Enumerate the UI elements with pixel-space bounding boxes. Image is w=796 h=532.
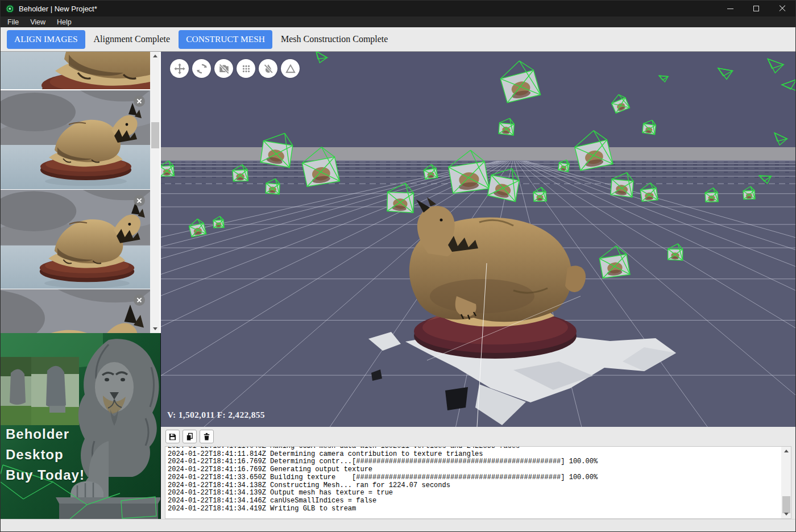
viewport-3d[interactable]: V: 1,502,011 F: 2,422,855 <box>161 52 795 427</box>
camera-frustum <box>573 128 613 171</box>
camera-frustum <box>718 68 733 80</box>
photo-2-image <box>1 90 150 189</box>
log-line: 2024-01-22T18:41:34.138Z Constructing Me… <box>168 482 789 490</box>
log-line: 2024-01-22T18:41:16.769Z Generating outp… <box>168 466 789 474</box>
camera-frustum <box>213 217 224 228</box>
camera-frustum <box>659 75 668 82</box>
photo-thumbnail-1[interactable] <box>1 52 150 89</box>
alignment-status: Alignment Complete <box>94 34 171 44</box>
ad-text: Beholder Desktop Buy Today! <box>6 424 85 485</box>
scrollbar-thumb[interactable] <box>151 122 159 148</box>
triangle-mesh-icon <box>284 63 297 75</box>
log-scrollbar[interactable] <box>781 447 791 518</box>
scroll-down-icon[interactable] <box>150 325 160 333</box>
main-area: Beholder Desktop Buy Today! <box>1 52 795 519</box>
photo-thumbnails <box>1 52 150 333</box>
camera-frustum <box>533 188 546 202</box>
app-window: Beholder | New Project* File View Help A… <box>0 0 796 532</box>
camera-frustum <box>486 164 523 202</box>
log-line: 2024-01-22T18:41:34.146Z canUseSmallIndi… <box>168 497 789 505</box>
minimize-button[interactable] <box>717 1 743 16</box>
rotate-tool-button[interactable] <box>192 59 211 78</box>
log-panel: 2024-01-22T18:41:11.040Z Making CUDA mes… <box>161 427 795 519</box>
move-icon <box>173 63 186 75</box>
construct-mesh-button[interactable]: CONSTRUCT MESH <box>179 30 272 49</box>
promo-ad-banner[interactable]: Beholder Desktop Buy Today! <box>1 333 161 519</box>
app-logo-icon <box>6 5 14 13</box>
remove-photo-icon[interactable] <box>134 95 145 107</box>
log-line: 2024-01-22T18:41:34.139Z Output mesh has… <box>168 489 789 497</box>
log-toolbar <box>165 429 791 446</box>
photo-thumbnail-2[interactable] <box>1 90 150 189</box>
ad-inset-photos <box>1 357 79 425</box>
camera-frustum <box>558 159 571 172</box>
camera-frustum <box>188 218 206 237</box>
camera-frustum <box>743 186 755 200</box>
log-line: 2024-01-22T18:41:11.814Z Determining cam… <box>168 451 789 459</box>
camera-frustum <box>610 171 635 198</box>
remove-photo-icon[interactable] <box>134 294 145 306</box>
point-cloud-button[interactable] <box>237 59 255 78</box>
close-icon <box>779 5 786 12</box>
points-grid-icon <box>240 63 252 75</box>
maximize-button[interactable] <box>743 1 769 16</box>
align-images-button[interactable]: ALIGN IMAGES <box>7 30 85 49</box>
save-log-button[interactable] <box>165 430 180 443</box>
photo-list <box>1 52 161 333</box>
photo-3-image <box>1 190 150 289</box>
photo-4-image <box>1 289 150 333</box>
camera-frustum <box>640 182 658 201</box>
menu-help[interactable]: Help <box>51 18 77 27</box>
remove-photo-icon[interactable] <box>134 195 145 206</box>
photo-list-scrollbar[interactable] <box>150 52 160 333</box>
camera-frustum <box>598 244 630 278</box>
log-line: 2024-01-22T18:41:34.419Z Writing GLB to … <box>168 505 789 513</box>
move-tool-button[interactable] <box>170 59 189 78</box>
window-title: Beholder | New Project* <box>19 5 97 13</box>
minimize-icon <box>727 9 733 9</box>
scroll-down-icon[interactable] <box>781 510 791 518</box>
camera-frustum <box>610 93 630 114</box>
photo-thumbnail-3[interactable] <box>1 190 150 289</box>
photo-1-image <box>1 52 150 89</box>
camera-frustum <box>313 52 328 65</box>
window-bottom-strip <box>1 519 795 531</box>
wireframe-mesh-button[interactable] <box>281 59 300 78</box>
photo-thumbnail-4[interactable] <box>1 289 150 333</box>
camera-frustum <box>642 119 657 135</box>
scroll-up-icon[interactable] <box>781 447 791 455</box>
ad-line-2: Desktop <box>6 444 85 465</box>
camera-frustum <box>498 58 541 103</box>
menu-file[interactable]: File <box>2 18 24 27</box>
clear-log-button[interactable] <box>200 430 214 443</box>
camera-frustum <box>772 133 788 147</box>
camera-frustum <box>161 161 174 176</box>
photo-sidebar: Beholder Desktop Buy Today! <box>1 52 161 519</box>
menu-bar: File View Help <box>1 16 795 27</box>
copy-log-button[interactable] <box>183 430 197 443</box>
camera-frustum <box>705 188 718 202</box>
texture-toggle-button[interactable] <box>259 59 277 78</box>
camera-visibility-button[interactable] <box>214 59 233 78</box>
title-bar: Beholder | New Project* <box>1 1 795 16</box>
pipeline-toolbar: ALIGN IMAGES Alignment Complete CONSTRUC… <box>1 27 795 52</box>
scroll-up-icon[interactable] <box>150 52 160 60</box>
copy-icon <box>185 433 194 441</box>
log-line: 2024-01-22T18:41:16.769Z Determining con… <box>168 458 789 466</box>
menu-view[interactable]: View <box>24 18 51 27</box>
mesh-status: Mesh Construction Complete <box>281 34 388 44</box>
camera-frustum <box>759 174 772 184</box>
trash-icon <box>202 433 211 441</box>
camera-frustum <box>447 149 489 194</box>
ad-line-1: Beholder <box>6 424 85 444</box>
right-column: V: 1,502,011 F: 2,422,855 <box>161 52 795 519</box>
camera-frustum <box>782 77 795 95</box>
camera-frustum <box>386 182 416 214</box>
close-button[interactable] <box>769 1 795 16</box>
camera-frustum <box>498 117 516 136</box>
camera-frustum <box>667 243 683 261</box>
mesh-stats: V: 1,502,011 F: 2,422,855 <box>167 410 265 420</box>
camera-frustum <box>423 164 438 179</box>
rotate-icon <box>196 63 208 75</box>
camera-frustum <box>265 178 281 194</box>
